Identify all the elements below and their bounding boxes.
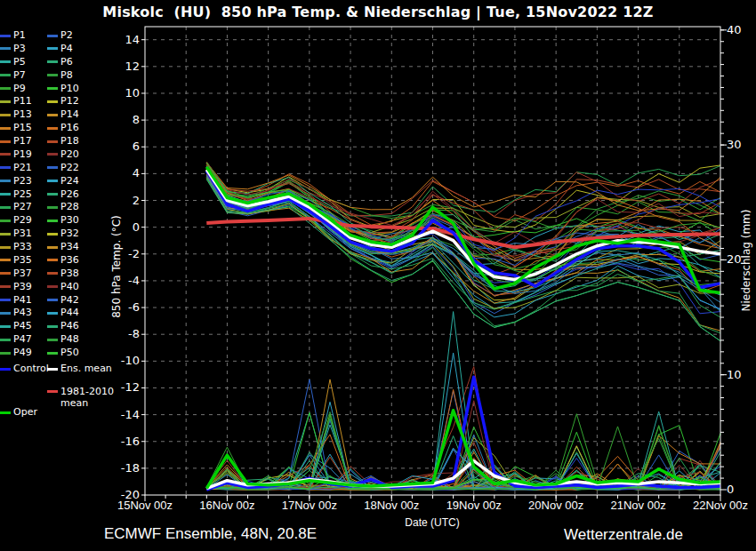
legend-item-member: P2 (47, 29, 73, 42)
legend-color-swatch (0, 272, 11, 275)
legend-item-member: P1 (0, 29, 26, 42)
chart-title: Miskolc (HU) 850 hPa Temp. & Niederschla… (0, 4, 756, 20)
date-tick-label: 19Nov 00z (434, 499, 514, 512)
legend-item-label: P49 (13, 347, 32, 358)
legend-item-label: P6 (60, 56, 73, 68)
legend-item-label: P10 (60, 83, 79, 94)
legend-item-label: Control (13, 363, 49, 374)
legend-color-swatch (0, 153, 11, 156)
legend-item-label: P50 (60, 347, 79, 358)
date-tick-label: 20Nov 00z (516, 499, 596, 512)
legend-item-label: P46 (60, 320, 79, 331)
legend-item-member: P5 (0, 56, 26, 68)
legend-color-swatch (47, 153, 58, 156)
legend-color-swatch (0, 140, 11, 143)
legend-item-member: P27 (0, 201, 32, 213)
legend-color-swatch (47, 206, 58, 209)
legend-color-swatch (0, 206, 11, 209)
legend-color-swatch (0, 233, 11, 236)
legend-item-label: P25 (13, 188, 32, 200)
legend-color-swatch (0, 60, 11, 63)
legend-color-swatch (0, 127, 11, 130)
precip-tick-label: 40 (727, 24, 742, 36)
legend-item-label: P38 (60, 268, 79, 279)
legend-item-label: P30 (60, 214, 79, 226)
legend-item-member: P45 (0, 320, 32, 332)
legend-item-label: P35 (13, 254, 32, 266)
legend-item-member: P49 (0, 347, 32, 359)
legend-item-label: P47 (13, 333, 32, 345)
legend-item-ens-mean: Ens. mean (47, 363, 112, 375)
legend-item-oper: Oper (0, 406, 37, 419)
legend-item-label: P22 (60, 162, 79, 173)
legend-item-label: P19 (13, 148, 32, 160)
date-tick-label: 22Nov 00z (680, 499, 756, 512)
legend-item-label: P36 (60, 254, 79, 266)
legend-color-swatch (47, 60, 58, 63)
legend-item-member: P11 (0, 95, 32, 108)
legend-item-label: P34 (60, 241, 79, 252)
legend-color-swatch (47, 193, 58, 196)
legend-color-swatch (47, 140, 58, 143)
legend-color-swatch (0, 411, 11, 414)
legend-item-label: P37 (13, 268, 32, 279)
legend-color-swatch (0, 74, 11, 76)
temp-tick-label: 10 (107, 87, 140, 100)
legend-color-swatch (0, 114, 11, 116)
legend-item-label: P16 (60, 122, 79, 133)
legend-item-member: P43 (0, 307, 32, 319)
legend-item-label: P15 (13, 122, 32, 133)
legend-color-swatch (0, 325, 11, 328)
legend-color-swatch (47, 166, 58, 169)
legend-item-label: P23 (13, 175, 32, 187)
precip-tick-label: 30 (727, 139, 742, 151)
legend-item-member: P47 (0, 333, 32, 346)
legend-item-member: P41 (0, 294, 32, 307)
legend-color-swatch (47, 259, 58, 261)
legend-item-member: P37 (0, 268, 32, 280)
legend-item-label: P2 (60, 29, 73, 41)
legend-item-member: P33 (0, 241, 32, 253)
date-tick-label: 21Nov 00z (599, 499, 679, 512)
legend-color-swatch (47, 299, 58, 301)
legend-item-member: P44 (47, 307, 79, 319)
temp-tick-label: -16 (107, 435, 140, 448)
legend-item-member: P4 (47, 43, 73, 55)
temp-tick-label: 2 (107, 195, 140, 207)
legend-item-member: P14 (47, 108, 79, 121)
precip-tick-label: 0 (727, 483, 734, 496)
temp-tick-label: 6 (107, 140, 140, 153)
legend-item-member: P35 (0, 254, 32, 267)
legend-color-swatch (47, 100, 58, 103)
legend-item-label: P14 (60, 108, 79, 120)
legend-item-member: P7 (0, 69, 26, 82)
legend-item-member: P16 (47, 122, 79, 134)
legend-item-member: P29 (0, 214, 32, 227)
legend-item-member: P10 (47, 83, 79, 95)
legend-item-member: P6 (47, 56, 73, 68)
legend-color-swatch (47, 368, 58, 371)
legend-item-label: P24 (60, 175, 79, 187)
axis-ticks (141, 30, 727, 501)
temp-tick-label: -10 (107, 355, 140, 367)
legend-color-swatch (47, 114, 58, 116)
legend-item-member: P22 (47, 162, 79, 174)
legend-color-swatch (47, 87, 58, 90)
legend-color-swatch (0, 312, 11, 315)
legend-item-label: P32 (60, 228, 79, 239)
legend-item-label: P26 (60, 188, 79, 200)
temp-axis-title: 850 hPa Temp. (°C) (110, 215, 123, 318)
legend-color-swatch (0, 339, 11, 341)
legend-item-member: P23 (0, 175, 32, 188)
legend-color-swatch (0, 180, 11, 182)
legend-item-member: P20 (47, 148, 79, 161)
legend-item-member: P19 (0, 148, 32, 161)
legend-item-member: P30 (47, 214, 79, 227)
legend-color-swatch (47, 246, 58, 249)
legend-color-swatch (0, 368, 11, 371)
model-info-text: ECMWF Ensemble, 48N, 20.8E (104, 525, 317, 543)
legend-color-swatch (0, 220, 11, 222)
legend-color-swatch (0, 100, 11, 103)
date-axis-title: Date (UTC) (343, 516, 521, 529)
legend-item-label: P5 (13, 56, 26, 68)
